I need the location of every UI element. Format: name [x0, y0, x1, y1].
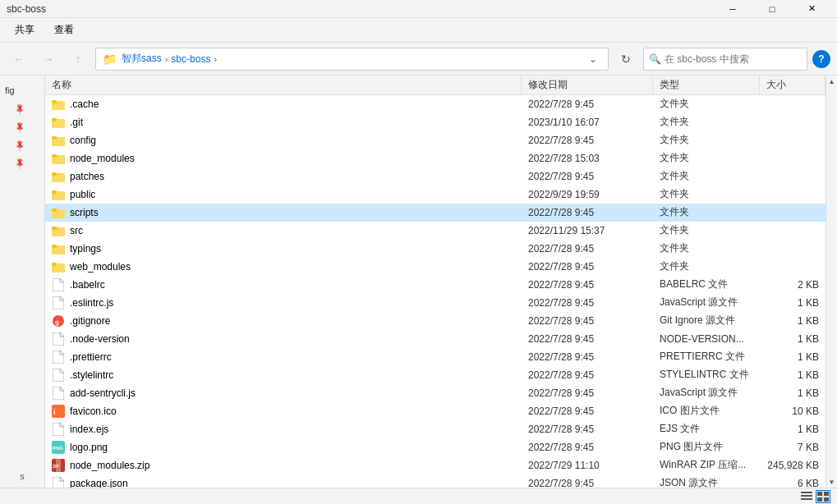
back-button[interactable]: ← [7, 48, 31, 71]
table-row[interactable]: index.ejs2022/7/28 9:45EJS 文件1 KB [45, 420, 826, 438]
col-header-name[interactable]: 名称 [45, 76, 522, 94]
svg-rect-11 [52, 154, 57, 158]
forward-button[interactable]: → [36, 48, 61, 71]
table-row[interactable]: .node-version2022/7/28 9:45NODE-VERSION.… [45, 330, 826, 348]
file-icon [52, 369, 65, 382]
table-row[interactable]: PNG logo.png2022/7/28 9:45PNG 图片文件7 KB [45, 438, 826, 456]
file-name: web_modules [70, 261, 131, 273]
table-row[interactable]: .babelrc2022/7/28 9:45BABELRC 文件2 KB [45, 276, 826, 294]
pin-icon-1[interactable]: 📌 [13, 101, 32, 120]
file-type: Git Ignore 源文件 [653, 314, 760, 328]
breadcrumb-zhibang[interactable]: 智邦sass [122, 52, 162, 66]
file-size: 1 KB [760, 351, 826, 363]
search-input[interactable] [665, 53, 802, 65]
file-size: 1 KB [760, 424, 826, 435]
column-headers: 名称 修改日期 类型 大小 [45, 76, 826, 95]
table-row[interactable]: patches2022/7/28 9:45文件夹 [45, 167, 826, 186]
file-name: src [70, 225, 83, 236]
maximize-button[interactable]: □ [753, 0, 791, 18]
svg-text:PNG: PNG [53, 446, 63, 451]
file-type: JavaScript 源文件 [653, 386, 760, 400]
table-row[interactable]: ZIP node_modules.zip2022/7/29 11:10WinRA… [45, 456, 826, 474]
file-date: 2022/7/28 9:45 [522, 261, 653, 273]
scroll-down-arrow[interactable]: ▼ [826, 476, 838, 488]
gitignore-icon: g [52, 314, 65, 328]
breadcrumb-sbcboss[interactable]: sbc-boss [171, 53, 210, 65]
sidebar-bottom-item[interactable]: s [0, 471, 44, 481]
pin-icon-2[interactable]: 📌 [13, 119, 32, 138]
svg-rect-14 [52, 172, 57, 176]
scroll-up-arrow[interactable]: ▲ [826, 76, 838, 87]
favicon-icon: i [52, 405, 65, 418]
file-name: node_modules [70, 153, 135, 164]
refresh-button[interactable]: ↻ [614, 48, 638, 71]
pin-icon-3[interactable]: 📌 [13, 137, 32, 156]
table-row[interactable]: public2022/9/29 19:59文件夹 [45, 186, 826, 204]
file-name: scripts [70, 207, 99, 218]
list-view-button[interactable] [799, 490, 814, 503]
file-type: 文件夹 [653, 241, 760, 255]
pin-icon-4[interactable]: 📌 [13, 155, 32, 174]
file-name: index.ejs [70, 424, 108, 435]
svg-rect-39 [801, 492, 812, 493]
detail-view-button[interactable] [816, 490, 830, 503]
folder-icon [52, 134, 65, 147]
png-icon: PNG [52, 441, 65, 454]
col-header-type[interactable]: 类型 [653, 76, 760, 94]
file-name: package.json [70, 478, 128, 488]
file-size: 1 KB [760, 333, 826, 345]
table-row[interactable]: node_modules2022/7/28 15:03文件夹 [45, 149, 826, 167]
table-row[interactable]: config2022/7/28 9:45文件夹 [45, 131, 826, 149]
table-row[interactable]: typings2022/7/28 9:45文件夹 [45, 240, 826, 258]
col-header-size[interactable]: 大小 [760, 76, 826, 94]
menu-view[interactable]: 查看 [46, 20, 82, 40]
table-row[interactable]: package.json2022/7/28 9:45JSON 源文件6 KB [45, 474, 826, 488]
minimize-button[interactable]: ─ [714, 0, 752, 18]
file-icon [52, 387, 65, 400]
file-icon [52, 332, 65, 346]
right-scrollbar[interactable]: ▲ ▼ [826, 76, 837, 488]
file-date: 2022/7/28 9:45 [522, 333, 653, 345]
breadcrumb: 📁 智邦sass › sbc-boss › ⌄ [95, 48, 609, 71]
status-bar [0, 488, 837, 504]
file-date: 2022/7/28 9:45 [522, 387, 653, 399]
file-date: 2022/7/28 9:45 [522, 135, 653, 146]
table-row[interactable]: .stylelintrc2022/7/28 9:45STYLELINTRC 文件… [45, 366, 826, 384]
file-icon [52, 351, 65, 364]
file-icon [52, 296, 65, 309]
folder-icon [52, 170, 65, 183]
table-row[interactable]: .git2023/1/10 16:07文件夹 [45, 113, 826, 131]
folder-icon [52, 260, 65, 273]
close-button[interactable]: ✕ [793, 0, 830, 18]
file-name: config [70, 135, 96, 146]
menu-share[interactable]: 共享 [7, 20, 43, 40]
table-row[interactable]: g .gitignore2022/7/28 9:45Git Ignore 源文件… [45, 312, 826, 330]
file-date: 2023/1/10 16:07 [522, 117, 653, 128]
table-row[interactable]: .prettierrc2022/7/28 9:45PRETTIERRC 文件1 … [45, 348, 826, 366]
svg-text:g: g [55, 318, 59, 326]
file-area[interactable]: 名称 修改日期 类型 大小 .cache2022/7/28 9:45文件夹 .g… [45, 76, 826, 488]
table-row[interactable]: add-sentrycli.js2022/7/28 9:45JavaScript… [45, 384, 826, 402]
sidebar-label[interactable]: fig [0, 82, 44, 99]
sidebar: fig 📌 📌 📌 📌 s [0, 76, 45, 488]
file-type: 文件夹 [653, 97, 760, 111]
breadcrumb-dropdown[interactable]: ⌄ [585, 51, 601, 67]
file-size: 2 KB [760, 279, 826, 291]
table-row[interactable]: .cache2022/7/28 9:45文件夹 [45, 95, 826, 113]
folder-icon [52, 98, 65, 111]
col-header-date[interactable]: 修改日期 [522, 76, 653, 94]
table-row[interactable]: web_modules2022/7/28 9:45文件夹 [45, 258, 826, 276]
table-row[interactable]: scripts2022/7/28 9:45文件夹 [45, 204, 826, 222]
file-name: typings [70, 243, 101, 254]
up-button[interactable]: ↑ [66, 48, 90, 71]
table-row[interactable]: src2022/11/29 15:37文件夹 [45, 222, 826, 240]
file-size: 245,928 KB [760, 460, 826, 471]
table-row[interactable]: i favicon.ico2022/7/28 9:45ICO 图片文件10 KB [45, 402, 826, 420]
table-row[interactable]: .eslintrc.js2022/7/28 9:45JavaScript 源文件… [45, 294, 826, 312]
sidebar-pins: 📌 📌 📌 📌 [0, 99, 44, 176]
help-button[interactable]: ? [812, 50, 830, 68]
file-name: .node-version [70, 333, 130, 345]
svg-text:i: i [53, 408, 56, 416]
svg-rect-44 [817, 497, 822, 502]
menu-bar: 共享 查看 [0, 18, 837, 43]
